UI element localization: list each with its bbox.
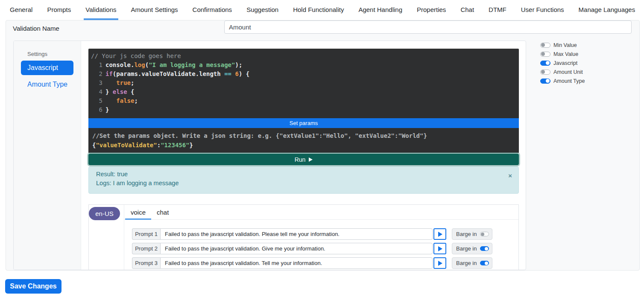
set-params-button[interactable]: Set params	[88, 118, 519, 128]
validation-options: Min Value Max Value Javascript Amount Un…	[540, 41, 585, 85]
nav-tab-user-functions[interactable]: User Functions	[514, 0, 571, 20]
language-column: en-US	[89, 205, 124, 270]
nav-tab-dtmf[interactable]: DTMF	[481, 0, 514, 20]
amount-type-toggle[interactable]	[540, 79, 550, 84]
prompt-input[interactable]	[160, 257, 433, 269]
editor-column: // Your js code goes here 1 console.log(…	[81, 41, 526, 270]
prompt-input[interactable]	[160, 228, 433, 240]
min-value-toggle[interactable]	[540, 43, 550, 48]
nav-tab-prompts[interactable]: Prompts	[40, 0, 78, 20]
barge-in-control: Barge in	[452, 257, 492, 269]
close-icon[interactable]: ×	[508, 172, 512, 179]
play-icon	[438, 261, 442, 266]
run-result-alert: Result: true Logs: I am logging a messag…	[88, 166, 519, 194]
code-line: 1 console.log("I am logging a message");	[88, 61, 519, 70]
params-editor[interactable]: //Set the params object. Write a json st…	[88, 128, 519, 153]
prompt-label: Prompt 2	[132, 243, 160, 254]
switch-label: Javascript	[553, 60, 577, 66]
play-icon	[438, 246, 442, 251]
prompts-main: voice chat Prompt 1 Barge in	[124, 205, 518, 270]
sidebar-item-javascript[interactable]: Javascript	[21, 61, 73, 75]
switch-label: Min Value	[553, 42, 577, 48]
line-number: 2	[88, 70, 102, 79]
nav-tab-chat[interactable]: Chat	[453, 0, 481, 20]
code-editor-placeholder: // Your js code goes here	[88, 52, 519, 61]
language-badge[interactable]: en-US	[89, 207, 120, 220]
tab-chat[interactable]: chat	[151, 205, 174, 219]
params-json: {"valueToValidate":"123456"}	[92, 140, 519, 150]
logs-line: Logs: I am logging a message	[96, 179, 511, 188]
save-changes-button[interactable]: Save Changes	[5, 279, 61, 294]
line-number: 5	[88, 96, 102, 105]
params-comment: //Set the params object. Write a json st…	[92, 131, 519, 140]
prompt-row: Prompt 1 Barge in	[132, 228, 518, 240]
code-line: 4 } else {	[88, 87, 519, 96]
switch-row-javascript: Javascript	[540, 58, 585, 67]
barge-in-label: Barge in	[456, 260, 477, 266]
js-code-editor[interactable]: // Your js code goes here 1 console.log(…	[88, 49, 519, 118]
play-prompt-button[interactable]	[433, 228, 446, 240]
barge-in-control: Barge in	[452, 243, 492, 254]
line-number: 6	[88, 105, 102, 114]
prompt-label: Prompt 1	[132, 228, 160, 240]
switch-row-min-value: Min Value	[540, 41, 585, 50]
prompt-tabs: voice chat	[124, 205, 518, 220]
prompt-rows: Prompt 1 Barge in Prompt 2	[124, 220, 518, 269]
play-icon	[309, 157, 313, 162]
nav-tab-agent-handling[interactable]: Agent Handling	[351, 0, 410, 20]
code-line: 3 true;	[88, 79, 519, 87]
validation-name-row: Validation Name	[6, 20, 639, 34]
sidebar-item-amount-type[interactable]: Amount Type	[27, 80, 73, 88]
javascript-toggle[interactable]	[540, 61, 550, 66]
settings-title: Settings	[27, 51, 73, 58]
nav-tab-manage-languages[interactable]: Manage Languages	[571, 0, 643, 20]
nav-tab-properties[interactable]: Properties	[410, 0, 453, 20]
settings-sidebar: Settings Javascript Amount Type	[14, 41, 81, 270]
line-number: 3	[88, 79, 102, 87]
code-line: 5 false;	[88, 96, 519, 105]
prompt-row: Prompt 2 Barge in	[132, 243, 518, 254]
switch-row-amount-type: Amount Type	[540, 76, 585, 85]
tab-voice[interactable]: voice	[125, 205, 151, 219]
switch-label: Amount Type	[553, 78, 585, 84]
code-line: 2 if(params.valueToValidate.length == 6)…	[88, 70, 519, 79]
play-icon	[438, 232, 442, 237]
play-prompt-button[interactable]	[433, 257, 446, 269]
play-prompt-button[interactable]	[433, 243, 446, 254]
amount-unit-toggle[interactable]	[540, 70, 550, 75]
nav-tab-general[interactable]: General	[3, 0, 40, 20]
prompts-panel: en-US voice chat Prompt 1	[88, 204, 519, 270]
nav-tab-amount-settings[interactable]: Amount Settings	[124, 0, 185, 20]
prompt-input[interactable]	[160, 243, 433, 254]
barge-in-label: Barge in	[456, 245, 477, 252]
switch-row-max-value: Max Value	[540, 50, 585, 58]
top-nav: General Prompts Validations Amount Setti…	[0, 0, 644, 20]
validation-card: Settings Javascript Amount Type // Your …	[13, 41, 526, 270]
validation-name-label: Validation Name	[13, 20, 224, 32]
switch-label: Max Value	[553, 51, 578, 57]
nav-tab-hold-functionality[interactable]: Hold Functionality	[286, 0, 351, 20]
nav-tab-suggestion[interactable]: Suggestion	[239, 0, 286, 20]
prompt-label: Prompt 3	[132, 257, 160, 269]
code-line: 6 }	[88, 105, 519, 114]
content-row: Settings Javascript Amount Type // Your …	[6, 34, 639, 270]
nav-tab-validations[interactable]: Validations	[78, 0, 123, 20]
nav-tab-confirmations[interactable]: Confirmations	[185, 0, 240, 20]
switch-label: Amount Unit	[553, 69, 583, 75]
switch-row-amount-unit: Amount Unit	[540, 67, 585, 76]
run-button[interactable]: Run	[88, 154, 519, 165]
barge-in-label: Barge in	[456, 231, 477, 237]
barge-in-toggle[interactable]	[480, 261, 489, 265]
prompt-row: Prompt 3 Barge in	[132, 257, 518, 269]
result-line: Result: true	[96, 170, 511, 179]
line-number: 4	[88, 87, 102, 96]
validation-container: Validation Name Settings Javascript Amou…	[6, 20, 640, 271]
validation-name-input[interactable]	[224, 20, 632, 34]
barge-in-control: Barge in	[452, 228, 492, 240]
barge-in-toggle[interactable]	[480, 232, 489, 236]
max-value-toggle[interactable]	[540, 52, 550, 57]
barge-in-toggle[interactable]	[480, 246, 489, 251]
line-number: 1	[88, 61, 102, 70]
